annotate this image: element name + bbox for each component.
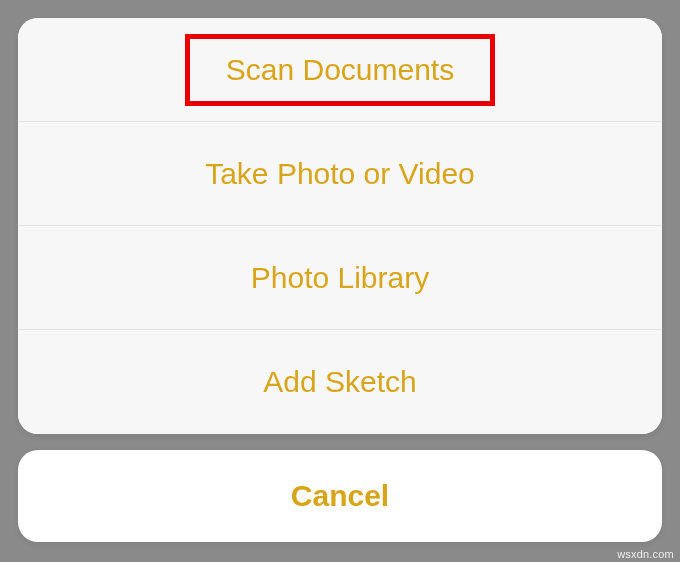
action-sheet-options: Scan Documents Take Photo or Video Photo… bbox=[18, 18, 662, 434]
action-sheet-cancel: Cancel bbox=[18, 450, 662, 542]
option-label: Add Sketch bbox=[263, 365, 416, 399]
option-label: Photo Library bbox=[251, 261, 429, 295]
option-label: Scan Documents bbox=[226, 53, 454, 87]
option-photo-library[interactable]: Photo Library bbox=[18, 226, 662, 330]
option-take-photo-or-video[interactable]: Take Photo or Video bbox=[18, 122, 662, 226]
watermark-text: wsxdn.com bbox=[617, 548, 674, 560]
option-scan-documents[interactable]: Scan Documents bbox=[18, 18, 662, 122]
cancel-button[interactable]: Cancel bbox=[18, 450, 662, 542]
cancel-label: Cancel bbox=[291, 479, 389, 513]
option-label: Take Photo or Video bbox=[205, 157, 475, 191]
option-add-sketch[interactable]: Add Sketch bbox=[18, 330, 662, 434]
